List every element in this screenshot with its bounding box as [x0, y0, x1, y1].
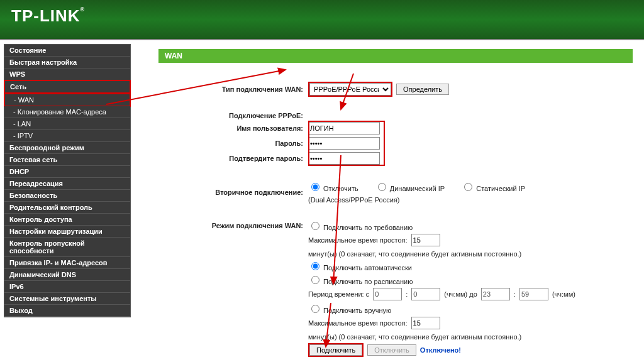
password-field[interactable]	[308, 137, 380, 150]
mode-demand[interactable]: Подключить по требованию	[308, 220, 413, 231]
brand-logo: TP-LINK®	[11, 6, 85, 26]
confirm-password-field[interactable]	[308, 152, 380, 165]
sidebar-subitem[interactable]: - Клонирование MAC-адреса	[4, 106, 130, 118]
label-idle1: Максимальное время простоя:	[308, 236, 408, 244]
sidebar: СостояниеБыстрая настройкаWPSСеть- WAN- …	[0, 40, 135, 362]
page-title: WAN	[158, 49, 633, 63]
sidebar-item[interactable]: Гостевая сеть	[4, 154, 130, 166]
label-period: Период времени: с	[308, 290, 369, 298]
label-wan-mode: Режим подключения WAN:	[158, 222, 308, 229]
mode-auto[interactable]: Подключить автоматически	[308, 260, 412, 272]
time-b[interactable]	[411, 288, 440, 300]
app-header: TP-LINK®	[0, 0, 644, 40]
time-c[interactable]	[481, 288, 510, 300]
label-idle2: Максимальное время простоя:	[308, 319, 408, 327]
sidebar-subitem[interactable]: - IPTV	[4, 130, 130, 142]
sidebar-subitem[interactable]: - WAN	[4, 93, 131, 107]
idle2-note: минут(ы) (0 означает, что соединение буд…	[308, 333, 521, 341]
sec-opt-dyn[interactable]: Динамический IP	[375, 181, 445, 192]
sidebar-item[interactable]: Контроль пропускной способности	[4, 238, 130, 257]
sidebar-item[interactable]: IPv6	[4, 281, 130, 293]
idle2-field[interactable]	[411, 317, 440, 329]
label-pppoe: Подключение PPPoE:	[158, 112, 308, 119]
idle1-field[interactable]	[411, 234, 440, 246]
label-password: Пароль:	[158, 140, 308, 147]
sidebar-item[interactable]: Динамический DNS	[4, 269, 130, 281]
username-field[interactable]	[308, 122, 380, 134]
sidebar-item[interactable]: Родительский контроль	[4, 202, 130, 214]
sidebar-item[interactable]: Привязка IP- и MAC-адресов	[4, 257, 130, 269]
sidebar-subitem[interactable]: - LAN	[4, 118, 130, 130]
idle1-note: минут(ы) (0 означает, что соединение буд…	[308, 250, 521, 258]
sidebar-item[interactable]: Беспроводной режим	[4, 142, 130, 154]
sidebar-item[interactable]: DHCP	[4, 166, 130, 178]
label-confirm: Подтвердите пароль:	[158, 155, 308, 162]
time-a[interactable]	[373, 288, 402, 300]
content-area: WAN Тип подключения WAN: PPPoE/PPPoE Рос…	[135, 40, 644, 362]
label-hhmm-to: (чч:мм) до	[444, 290, 477, 298]
connect-button[interactable]: Подключить	[309, 344, 362, 356]
sidebar-item[interactable]: Системные инструменты	[4, 293, 130, 305]
mode-manual[interactable]: Подключить вручную	[308, 303, 391, 314]
sec-opt-static[interactable]: Статический IP	[461, 181, 525, 192]
label-username: Имя пользователя:	[158, 124, 308, 132]
sidebar-item[interactable]: WPS	[4, 69, 130, 80]
mode-schedule[interactable]: Подключить по расписанию	[308, 274, 413, 285]
annotation-arrow-1	[106, 35, 320, 123]
wan-type-select[interactable]: PPPoE/PPPoE Россия	[309, 83, 391, 96]
sidebar-item[interactable]: Сеть	[4, 80, 131, 94]
sidebar-item[interactable]: Переадресация	[4, 178, 130, 190]
sec-note: (Dual Access/PPPoE Россия)	[308, 196, 400, 204]
detect-button[interactable]: Определить	[396, 84, 449, 95]
sidebar-item[interactable]: Быстрая настройка	[4, 57, 130, 69]
label-hhmm: (чч:мм)	[552, 290, 575, 298]
sidebar-item[interactable]: Настройки маршрутизации	[4, 226, 130, 238]
label-secondary: Вторичное подключение:	[158, 189, 308, 196]
sidebar-item[interactable]: Безопасность	[4, 190, 130, 202]
label-wan-type: Тип подключения WAN:	[158, 85, 308, 93]
sec-opt-disable[interactable]: Отключить	[308, 181, 358, 192]
sidebar-item[interactable]: Состояние	[4, 45, 130, 57]
connection-status: Отключено!	[420, 346, 461, 354]
sidebar-item[interactable]: Выход	[4, 305, 130, 317]
disconnect-button[interactable]: Отключить	[367, 344, 416, 356]
sidebar-item[interactable]: Контроль доступа	[4, 214, 130, 226]
time-d[interactable]	[519, 288, 548, 300]
